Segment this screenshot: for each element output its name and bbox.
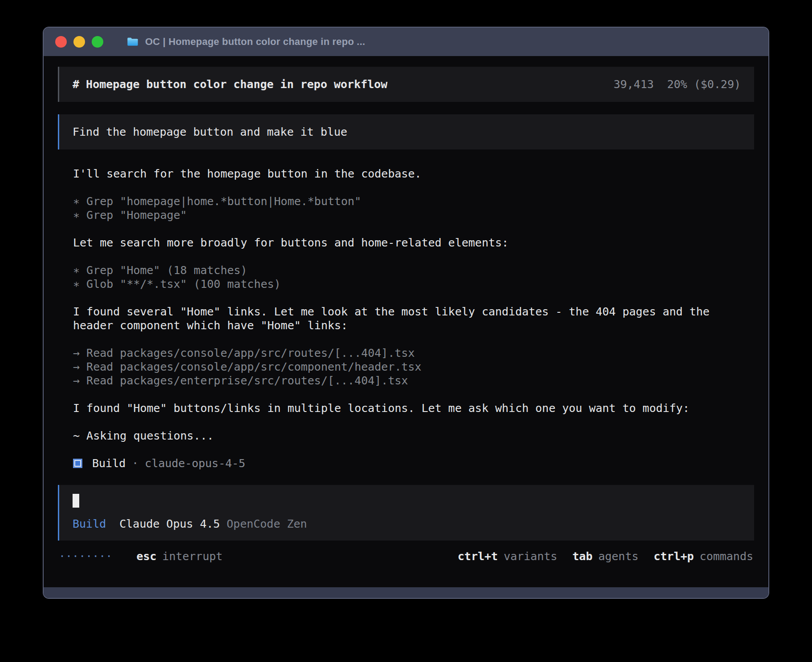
- transcript-group: Let me search more broadly for buttons a…: [73, 236, 732, 250]
- traffic-lights: [55, 36, 103, 48]
- shortcut-interrupt: escinterrupt: [136, 549, 223, 563]
- shortcut-commands: ctrl+pcommands: [654, 549, 753, 563]
- tool-call-line: ∗ Grep "homepage|home.*button|Home.*butt…: [73, 194, 732, 208]
- shortcut-label: interrupt: [162, 550, 223, 563]
- shortcut-key: tab: [572, 550, 593, 563]
- tool-call-line: → Read packages/console/app/src/routes/[…: [73, 346, 732, 360]
- transcript-group: ~ Asking questions...: [73, 429, 732, 443]
- folder-icon: [126, 36, 139, 48]
- transcript-group: I found several "Home" links. Let me loo…: [73, 305, 732, 332]
- shortcut-key: esc: [136, 550, 156, 563]
- shortcut-key: ctrl+p: [654, 550, 694, 563]
- tool-call-line: → Read packages/console/app/src/componen…: [73, 360, 732, 374]
- assistant-text-line: Let me search more broadly for buttons a…: [73, 236, 732, 250]
- window-title: OC | Homepage button color change in rep…: [145, 36, 365, 48]
- agent-status: Build · claude-opus-4-5: [73, 456, 754, 470]
- shortcut-key: ctrl+t: [458, 550, 498, 563]
- user-message: Find the homepage button and make it blu…: [58, 114, 754, 149]
- close-button[interactable]: [55, 36, 67, 48]
- zoom-button[interactable]: [92, 36, 103, 48]
- session-cost: ($0.29): [694, 78, 741, 91]
- transcript-group: ∗ Grep "homepage|home.*button|Home.*butt…: [73, 194, 732, 222]
- shortcut-label: agents: [598, 550, 638, 563]
- window-bottom-strip: [44, 587, 768, 598]
- shortcut-label: variants: [503, 550, 557, 563]
- session-stats: 39,413 20% ($0.29): [613, 78, 741, 91]
- transcript-group: ∗ Grep "Home" (18 matches)∗ Glob "**/*.t…: [73, 263, 732, 291]
- spinner-dots-icon: ········: [59, 549, 112, 563]
- build-agent-icon: [73, 459, 82, 468]
- shortcut-label: commands: [700, 550, 753, 563]
- assistant-text-line: ~ Asking questions...: [73, 429, 732, 443]
- status-bar-left: ········ escinterrupt: [59, 549, 223, 563]
- session-title: # Homepage button color change in repo w…: [73, 78, 387, 91]
- provider-label: OpenCode Zen: [227, 517, 307, 531]
- agent-mode-label: Build: [73, 517, 106, 531]
- shortcut-variants: ctrl+tvariants: [458, 549, 557, 563]
- tool-call-line: ∗ Grep "Home" (18 matches): [73, 263, 732, 277]
- input-cursor: [73, 494, 79, 508]
- agent-model: claude-opus-4-5: [145, 457, 245, 470]
- transcript-group: → Read packages/console/app/src/routes/[…: [73, 346, 732, 388]
- transcript-group: I'll search for the homepage button in t…: [73, 167, 732, 181]
- titlebar[interactable]: OC | Homepage button color change in rep…: [44, 28, 768, 56]
- status-bar: ········ escinterrupt ctrl+tvariantstaba…: [58, 541, 754, 563]
- terminal-content: # Homepage button color change in repo w…: [44, 56, 768, 563]
- assistant-text-line: I found "Home" buttons/links in multiple…: [73, 401, 732, 415]
- token-count: 39,413: [613, 78, 654, 91]
- assistant-text-line: I'll search for the homepage button in t…: [73, 167, 732, 181]
- context-percent: 20%: [667, 78, 687, 91]
- transcript-group: I found "Home" buttons/links in multiple…: [73, 401, 732, 415]
- terminal-window: OC | Homepage button color change in rep…: [43, 27, 769, 599]
- tool-call-line: ∗ Grep "Homepage": [73, 208, 732, 222]
- minimize-button[interactable]: [73, 36, 85, 48]
- transcript: I'll search for the homepage button in t…: [58, 149, 754, 443]
- user-message-text: Find the homepage button and make it blu…: [73, 125, 347, 138]
- assistant-text-line: I found several "Home" links. Let me loo…: [73, 305, 732, 332]
- session-header: # Homepage button color change in repo w…: [58, 67, 754, 102]
- status-bar-right: ctrl+tvariantstabagentsctrl+pcommands: [443, 549, 753, 563]
- agent-name: Build: [92, 457, 126, 470]
- agent-separator: ·: [132, 457, 138, 470]
- tool-call-line: ∗ Glob "**/*.tsx" (100 matches): [73, 277, 732, 291]
- input-meta: Build Claude Opus 4.5 OpenCode Zen: [73, 517, 741, 531]
- model-label: Claude Opus 4.5: [119, 517, 220, 531]
- shortcut-agents: tabagents: [572, 549, 638, 563]
- agent-status-row: Build · claude-opus-4-5: [58, 456, 754, 470]
- tool-call-line: → Read packages/enterprise/src/routes/[.…: [73, 374, 732, 388]
- prompt-input[interactable]: Build Claude Opus 4.5 OpenCode Zen: [58, 485, 754, 541]
